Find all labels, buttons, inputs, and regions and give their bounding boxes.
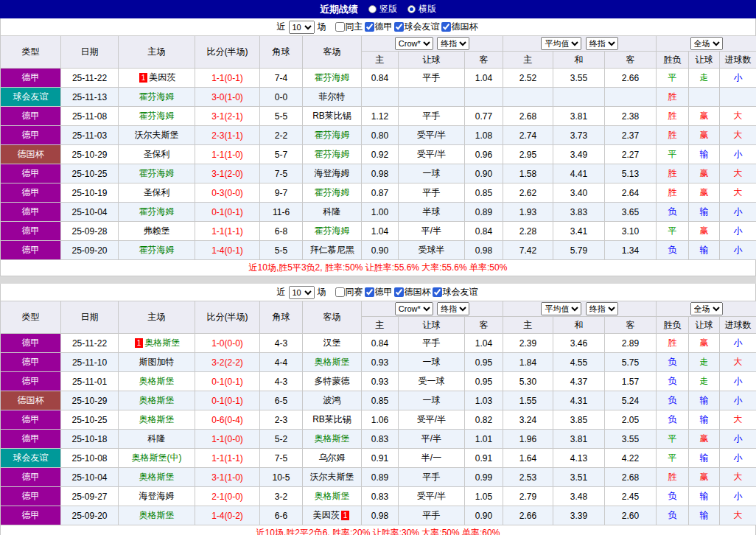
team-name[interactable]: 霍芬海姆: [315, 149, 350, 159]
checkbox-input[interactable]: [335, 287, 345, 297]
filter-checkbox-1[interactable]: 德甲: [365, 286, 393, 298]
view-option-vertical[interactable]: 竖版: [368, 3, 397, 15]
avg-draw-odds: 3.81: [553, 107, 605, 126]
match-row: 球会友谊25-11-13霍芬海姆3-0(1-0)0-0菲尔特胜: [1, 88, 756, 107]
handicap-final-select[interactable]: 终指: [437, 302, 469, 315]
checkbox-input[interactable]: [365, 287, 374, 297]
team-name[interactable]: 霍芬海姆: [139, 206, 175, 217]
handicap-home-odds: 0.91: [362, 449, 399, 468]
team-name[interactable]: 斯图加特: [139, 357, 175, 367]
team-name[interactable]: 美因茨: [313, 510, 340, 520]
col-header-handicap-away: 客: [465, 52, 503, 69]
euro-avg-select[interactable]: 平均值: [541, 37, 581, 50]
handicap-line: 受平/半: [399, 126, 465, 145]
score-cell: 0-1(0-1): [195, 391, 260, 410]
team-name[interactable]: 奥格斯堡: [315, 433, 350, 444]
filter-checkbox-2[interactable]: 球会友谊: [394, 21, 440, 33]
team-name[interactable]: 拜仁慕尼黑: [310, 245, 354, 255]
team-name[interactable]: 霍芬海姆: [315, 130, 350, 140]
view-option-horizontal[interactable]: 横版: [407, 3, 436, 15]
team-name[interactable]: 多特蒙德: [315, 376, 350, 386]
away-team-cell: 霍芬海姆: [303, 126, 362, 145]
avg-draw-odds: 4.37: [553, 372, 605, 391]
handicap-line: 受平/半: [399, 145, 465, 164]
avg-draw-odds: 3.51: [553, 468, 605, 487]
corners-cell: 2-2: [260, 126, 303, 145]
team-name[interactable]: 奥格斯堡: [144, 338, 180, 348]
team-name[interactable]: RB莱比锡: [312, 111, 351, 121]
team-name[interactable]: 弗赖堡: [144, 225, 170, 236]
euro-final-select[interactable]: 终指: [586, 37, 618, 50]
col-header-date: 日期: [61, 36, 119, 69]
handicap-final-select[interactable]: 终指: [437, 37, 469, 50]
team-name[interactable]: 奥格斯堡: [139, 472, 175, 482]
team-name[interactable]: 奥格斯堡(中): [132, 452, 182, 463]
col-header-handicap-result: 让球: [689, 317, 720, 334]
score-cell: 1-1(0-1): [195, 69, 260, 88]
goals-result-cell: 大: [720, 468, 756, 487]
score-cell: 0-6(0-4): [195, 410, 260, 430]
recent-count-select[interactable]: 10: [289, 21, 315, 34]
checkbox-input[interactable]: [441, 22, 451, 32]
summary-line: 近10场,胜2平2负6, 胜率:20% 让胜率:30% 大率:50% 单率:60…: [0, 525, 756, 535]
team-name[interactable]: 奥格斯堡: [139, 510, 175, 520]
handicap-away-odds: [465, 88, 503, 107]
handicap-line: 平/半: [399, 222, 465, 241]
team-name[interactable]: 霍芬海姆: [139, 168, 175, 178]
handicap-company-select[interactable]: Crow*: [395, 37, 433, 50]
team-name[interactable]: 奥格斯堡: [315, 357, 350, 367]
fulltime-scope-select[interactable]: 全场: [690, 37, 723, 50]
filter-checkbox-3[interactable]: 球会友谊: [433, 286, 478, 298]
team-name[interactable]: 奥格斯堡: [139, 395, 175, 405]
filter-checkbox-1[interactable]: 德甲: [365, 21, 393, 33]
team-name[interactable]: 圣保利: [144, 187, 170, 197]
avg-away-odds: 4.22: [605, 449, 657, 468]
team-name[interactable]: 霍芬海姆: [139, 111, 175, 121]
team-name[interactable]: 沃尔夫斯堡: [135, 130, 179, 140]
checkbox-input[interactable]: [394, 22, 404, 32]
euro-avg-select[interactable]: 平均值: [541, 302, 581, 315]
match-date-cell: 25-10-04: [61, 203, 119, 222]
team-name[interactable]: 乌尔姆: [319, 452, 346, 463]
team-name[interactable]: 圣保利: [144, 149, 170, 159]
team-name[interactable]: 沃尔夫斯堡: [310, 472, 354, 482]
match-date-cell: 25-11-01: [61, 372, 119, 391]
team-name[interactable]: 海登海姆: [315, 168, 350, 178]
checkbox-input[interactable]: [433, 287, 442, 297]
handicap-company-select[interactable]: Crow*: [395, 302, 433, 315]
checkbox-input[interactable]: [365, 22, 374, 32]
filter-checkbox-3[interactable]: 德国杯: [441, 21, 478, 33]
team-name[interactable]: 科隆: [148, 433, 166, 444]
team-name[interactable]: 汉堡: [323, 338, 341, 348]
filter-checkbox-2[interactable]: 德国杯: [394, 286, 431, 298]
team-name[interactable]: 霍芬海姆: [139, 245, 175, 255]
checkbox-input[interactable]: [335, 22, 345, 32]
team-name[interactable]: 美因茨: [149, 72, 175, 83]
checkbox-input[interactable]: [394, 287, 404, 297]
team-name[interactable]: 霍芬海姆: [315, 187, 350, 197]
team-name[interactable]: 霍芬海姆: [315, 225, 350, 236]
col-header-home: 主场: [119, 36, 195, 69]
match-date-cell: 25-10-18: [61, 430, 119, 449]
avg-home-odds: 2.53: [503, 468, 553, 487]
fulltime-scope-select[interactable]: 全场: [690, 302, 723, 315]
recent-count-select[interactable]: 10: [289, 286, 315, 299]
team-name[interactable]: 科隆: [323, 206, 341, 217]
filter-checkbox-0[interactable]: 同赛: [335, 286, 363, 298]
team-name[interactable]: 霍芬海姆: [315, 72, 350, 83]
team-name[interactable]: 菲尔特: [319, 91, 346, 102]
col-header-corner: 角球: [260, 301, 303, 334]
filter-checkbox-0[interactable]: 同主: [335, 21, 363, 33]
team-name[interactable]: RB莱比锡: [312, 414, 351, 424]
competition-filter-checkboxes: 同赛德甲德国杯球会友谊: [335, 286, 480, 298]
team-name[interactable]: 波鸿: [323, 395, 341, 405]
euro-final-select[interactable]: 终指: [586, 302, 618, 315]
team-name[interactable]: 奥格斯堡: [139, 414, 175, 424]
team-name[interactable]: 奥格斯堡: [315, 491, 350, 501]
avg-home-odds: 5.30: [503, 372, 553, 391]
team-name[interactable]: 霍芬海姆: [139, 91, 175, 102]
avg-draw-odds: 3.73: [553, 126, 605, 145]
goals-result-cell: 小: [720, 334, 756, 353]
team-name[interactable]: 奥格斯堡: [139, 376, 175, 386]
team-name[interactable]: 海登海姆: [139, 491, 175, 501]
